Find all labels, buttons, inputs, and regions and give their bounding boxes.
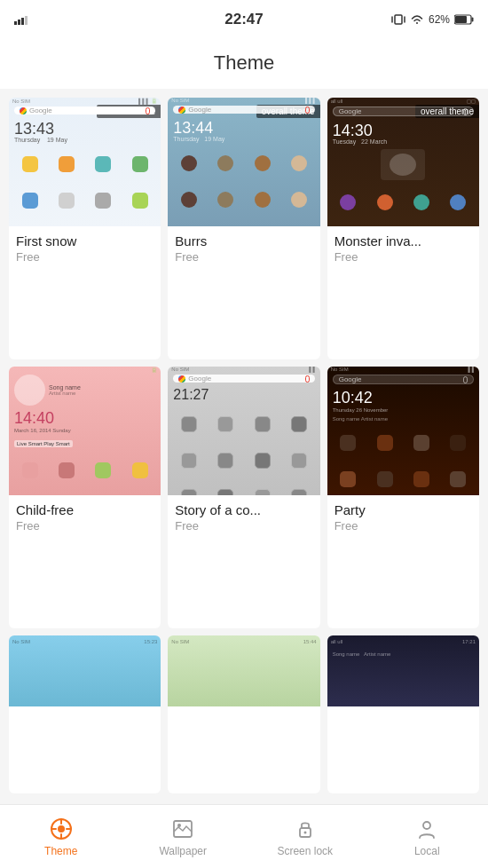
battery-icon (454, 14, 474, 25)
svg-point-13 (177, 824, 181, 827)
theme-nav-icon (49, 817, 74, 841)
theme-info-monster: Monster inva... Free (327, 226, 479, 272)
theme-preview-party: No SIM ▌▌ Google 10:42 Thursday 26 Novem… (327, 367, 479, 495)
theme-name-story: Story of a co... (175, 502, 312, 517)
theme-info-first-snow: First snow Free (9, 226, 161, 272)
svg-point-16 (423, 822, 430, 829)
theme-info-child-free: Child-free Free (9, 495, 161, 541)
theme-card-party[interactable]: No SIM ▌▌ Google 10:42 Thursday 26 Novem… (327, 367, 479, 628)
theme-name-first-snow: First snow (16, 233, 153, 249)
theme-card-br1[interactable]: No SIM 15:23 (9, 635, 161, 793)
svg-rect-0 (395, 15, 402, 24)
status-right-icons: 62% (391, 13, 474, 26)
screen-lock-nav-icon (293, 817, 318, 841)
battery-percent: 62% (429, 13, 450, 26)
nav-label-screen-lock: Screen lock (277, 845, 333, 857)
theme-preview-first-snow: overall theme No SIM ▌▌▌ 🔋 Google 13:43 … (9, 98, 161, 226)
theme-info-party: Party Free (327, 495, 479, 541)
page-title: Theme (0, 51, 488, 75)
theme-name-burrs: Burrs (175, 233, 312, 249)
theme-name-party: Party (335, 502, 472, 517)
theme-card-burrs[interactable]: overall theme No SIM ▌▌▌ Google 13:44 Th… (168, 98, 319, 359)
theme-info-burrs: Burrs Free (168, 226, 319, 272)
theme-card-first-snow[interactable]: overall theme No SIM ▌▌▌ 🔋 Google 13:43 … (9, 98, 161, 359)
theme-card-br3[interactable]: all ull 17:21 Song name Artist name (327, 635, 479, 793)
theme-preview-child-free: 🔋 Song name Artist name 14:40 March 16, … (9, 367, 161, 495)
theme-name-child-free: Child-free (16, 502, 153, 517)
theme-card-story[interactable]: No SIM ▌▌ Google 21:27 (168, 367, 319, 628)
nav-item-wallpaper[interactable]: Wallpaper (122, 809, 245, 864)
nav-label-local: Local (414, 845, 440, 857)
local-nav-icon (414, 817, 439, 841)
theme-card-child-free[interactable]: 🔋 Song name Artist name 14:40 March 16, … (9, 367, 161, 628)
wifi-icon (410, 14, 424, 25)
svg-rect-5 (455, 16, 467, 23)
nav-item-screen-lock[interactable]: Screen lock (244, 809, 366, 864)
svg-point-7 (58, 825, 65, 832)
theme-price-story: Free (175, 519, 312, 533)
status-time: 22:47 (224, 11, 263, 28)
theme-price-first-snow: Free (16, 250, 153, 264)
theme-price-child-free: Free (16, 519, 153, 533)
bottom-navigation: Theme Wallpaper Screen lock (0, 804, 488, 868)
nav-item-local[interactable]: Local (366, 809, 489, 864)
svg-point-15 (303, 831, 306, 833)
nav-label-wallpaper: Wallpaper (159, 845, 207, 857)
status-bar: 22:47 62% (0, 0, 488, 39)
theme-preview-br1: No SIM 15:23 (9, 635, 161, 706)
theme-preview-monster: overall theme all ull ◻◻ Google 14:30 Tu… (327, 98, 479, 226)
wallpaper-nav-icon (170, 817, 195, 841)
signal-indicator (14, 14, 28, 25)
theme-info-story: Story of a co... Free (168, 495, 319, 541)
theme-grid: overall theme No SIM ▌▌▌ 🔋 Google 13:43 … (0, 89, 488, 793)
vibrate-icon (391, 13, 405, 26)
theme-price-party: Free (335, 519, 472, 533)
theme-price-burrs: Free (175, 250, 312, 264)
theme-card-br2[interactable]: No SIM 15:44 (168, 635, 319, 793)
theme-preview-story: No SIM ▌▌ Google 21:27 (168, 367, 319, 495)
svg-rect-4 (472, 18, 474, 22)
theme-preview-burrs: overall theme No SIM ▌▌▌ Google 13:44 Th… (168, 98, 319, 226)
theme-preview-br2: No SIM 15:44 (168, 635, 319, 706)
theme-price-monster: Free (335, 250, 472, 264)
theme-preview-br3: all ull 17:21 Song name Artist name (327, 635, 479, 706)
nav-item-theme[interactable]: Theme (0, 809, 122, 864)
theme-card-monster[interactable]: overall theme all ull ◻◻ Google 14:30 Tu… (327, 98, 479, 359)
page-title-container: Theme (0, 39, 488, 89)
nav-label-theme: Theme (44, 845, 77, 857)
theme-name-monster: Monster inva... (335, 233, 472, 249)
